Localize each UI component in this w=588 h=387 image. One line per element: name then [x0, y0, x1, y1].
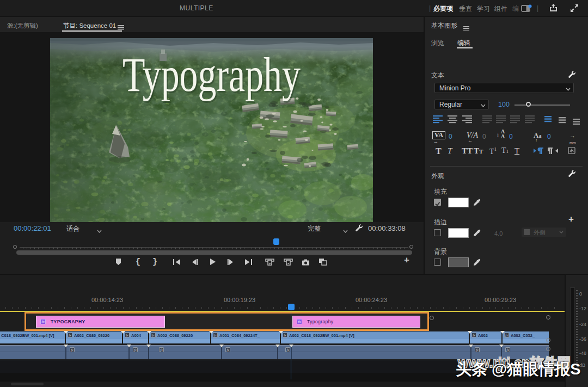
svg-text:Typography: Typography — [122, 48, 301, 101]
